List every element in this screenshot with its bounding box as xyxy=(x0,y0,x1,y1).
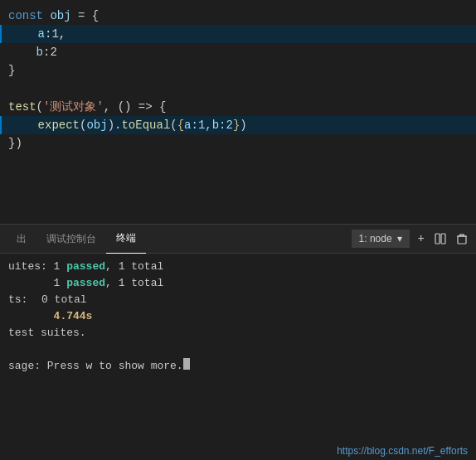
add-terminal-icon[interactable]: + xyxy=(416,230,426,247)
term-line-message: sage: Press w to show more. xyxy=(8,358,468,375)
term-line-suites: uites: 1 passed , 1 total xyxy=(8,259,468,275)
code-line-6: test('测试对象', () => { xyxy=(0,98,476,116)
blog-url: https://blog.csdn.net/F_efforts xyxy=(0,445,476,460)
tab-debug-console[interactable]: 调试控制台 xyxy=(36,225,106,254)
code-line-7: expect(obj).toEqual({a:1,b:2}) xyxy=(0,116,476,134)
tab-terminal[interactable]: 终端 xyxy=(106,225,146,254)
var-obj: obj xyxy=(50,7,70,25)
code-line-4: } xyxy=(0,61,476,80)
term-line-time: 4.744s xyxy=(8,308,468,325)
empty-line xyxy=(0,80,476,98)
svg-rect-0 xyxy=(435,234,440,244)
chevron-down-icon: ▾ xyxy=(397,233,402,245)
delete-terminal-icon[interactable] xyxy=(454,231,469,246)
svg-rect-2 xyxy=(458,236,466,244)
tab-output[interactable]: 出 xyxy=(7,225,36,254)
code-line-1: const obj = { xyxy=(0,7,476,25)
terminal-select[interactable]: 1: node ▾ xyxy=(352,230,410,248)
keyword-const: const xyxy=(8,7,50,25)
panel-tabs-bar: 出 调试控制台 终端 1: node ▾ + xyxy=(0,225,476,254)
term-line-suites-text: test suites. xyxy=(8,325,468,341)
split-terminal-icon[interactable] xyxy=(433,231,448,246)
panel-icons: + xyxy=(416,230,469,247)
term-line-tests: 1 passed , 1 total xyxy=(8,275,468,292)
svg-rect-1 xyxy=(441,234,445,244)
cursor xyxy=(183,358,190,370)
code-line-8: }) xyxy=(0,134,476,153)
code-line-3: b:2 xyxy=(0,43,476,61)
code-line-2: a:1, xyxy=(0,25,476,43)
term-line-0total: ts: 0 total xyxy=(8,292,468,308)
panel: 出 调试控制台 终端 1: node ▾ + xyxy=(0,224,476,460)
terminal-content: uites: 1 passed , 1 total 1 passed , 1 t… xyxy=(0,254,476,445)
editor-area: const obj = { a:1, b:2 } test('测试对象', ()… xyxy=(0,0,476,224)
term-line-empty xyxy=(8,341,468,358)
